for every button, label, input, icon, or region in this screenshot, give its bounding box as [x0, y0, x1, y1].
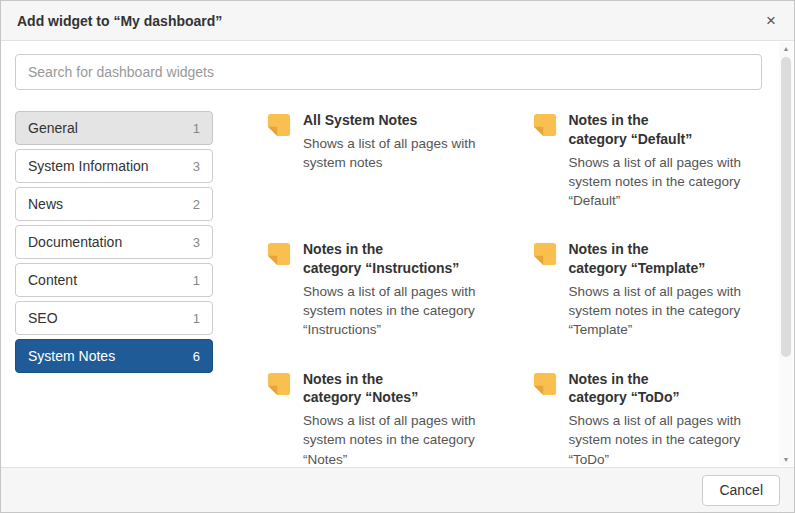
- scroll-up-icon[interactable]: ▲: [783, 45, 790, 52]
- category-item-general[interactable]: General 1: [15, 111, 213, 145]
- category-count: 6: [193, 349, 200, 364]
- widget-title: All System Notes: [303, 111, 497, 130]
- category-label: Content: [28, 272, 77, 288]
- dialog-title: Add widget to “My dashboard”: [17, 13, 222, 29]
- category-count: 2: [193, 197, 200, 212]
- category-item-documentation[interactable]: Documentation 3: [15, 225, 213, 259]
- widget-title: Notes in the category “ToDo”: [569, 370, 763, 408]
- dialog-content: General 1 System Information 3 News 2 Do…: [15, 111, 762, 467]
- category-item-system-information[interactable]: System Information 3: [15, 149, 213, 183]
- category-item-news[interactable]: News 2: [15, 187, 213, 221]
- note-icon: [531, 111, 559, 139]
- dialog-header: Add widget to “My dashboard” ×: [1, 1, 794, 41]
- category-count: 3: [193, 159, 200, 174]
- note-icon: [531, 370, 559, 398]
- note-icon: [265, 111, 293, 139]
- widget-card-notes-todo[interactable]: Notes in the category “ToDo” Shows a lis…: [531, 370, 763, 468]
- scrollbar-thumb[interactable]: [781, 57, 791, 357]
- scrollbar[interactable]: ▲ ▼: [779, 42, 793, 466]
- category-count: 1: [193, 311, 200, 326]
- category-item-seo[interactable]: SEO 1: [15, 301, 213, 335]
- dialog-body: General 1 System Information 3 News 2 Do…: [1, 41, 794, 467]
- widget-description: Shows a list of all pages with system no…: [303, 134, 497, 172]
- category-label: General: [28, 120, 78, 136]
- category-item-system-notes[interactable]: System Notes 6: [15, 339, 213, 373]
- widget-title: Notes in the category “Template”: [569, 240, 763, 278]
- widget-description: Shows a list of all pages with system no…: [569, 411, 763, 467]
- widget-description: Shows a list of all pages with system no…: [303, 282, 497, 339]
- category-count: 1: [193, 121, 200, 136]
- note-icon: [265, 370, 293, 398]
- category-label: SEO: [28, 310, 58, 326]
- widget-card-notes-instructions[interactable]: Notes in the category “Instructions” Sho…: [265, 240, 497, 339]
- search-input[interactable]: [15, 54, 762, 90]
- category-count: 3: [193, 235, 200, 250]
- category-list: General 1 System Information 3 News 2 Do…: [15, 111, 213, 467]
- widget-description: Shows a list of all pages with system no…: [303, 411, 497, 467]
- widget-card-notes-default[interactable]: Notes in the category “Default” Shows a …: [531, 111, 763, 210]
- widget-title: Notes in the category “Instructions”: [303, 240, 497, 278]
- note-icon: [531, 240, 559, 268]
- category-item-content[interactable]: Content 1: [15, 263, 213, 297]
- widget-title: Notes in the category “Notes”: [303, 370, 497, 408]
- dialog-footer: Cancel: [1, 467, 794, 512]
- cancel-button[interactable]: Cancel: [702, 475, 780, 506]
- widget-description: Shows a list of all pages with system no…: [569, 282, 763, 339]
- widget-grid: All System Notes Shows a list of all pag…: [213, 111, 762, 467]
- widget-card-notes-notes[interactable]: Notes in the category “Notes” Shows a li…: [265, 370, 497, 468]
- category-label: News: [28, 196, 63, 212]
- widget-card-all-system-notes[interactable]: All System Notes Shows a list of all pag…: [265, 111, 497, 210]
- note-icon: [265, 240, 293, 268]
- widget-description: Shows a list of all pages with system no…: [569, 153, 763, 210]
- widget-card-notes-template[interactable]: Notes in the category “Template” Shows a…: [531, 240, 763, 339]
- add-widget-dialog: Add widget to “My dashboard” × General 1…: [0, 0, 795, 513]
- close-icon[interactable]: ×: [764, 12, 778, 29]
- scroll-down-icon[interactable]: ▼: [783, 456, 790, 463]
- category-count: 1: [193, 273, 200, 288]
- widget-title: Notes in the category “Default”: [569, 111, 763, 149]
- category-label: System Notes: [28, 348, 115, 364]
- category-label: System Information: [28, 158, 149, 174]
- category-label: Documentation: [28, 234, 122, 250]
